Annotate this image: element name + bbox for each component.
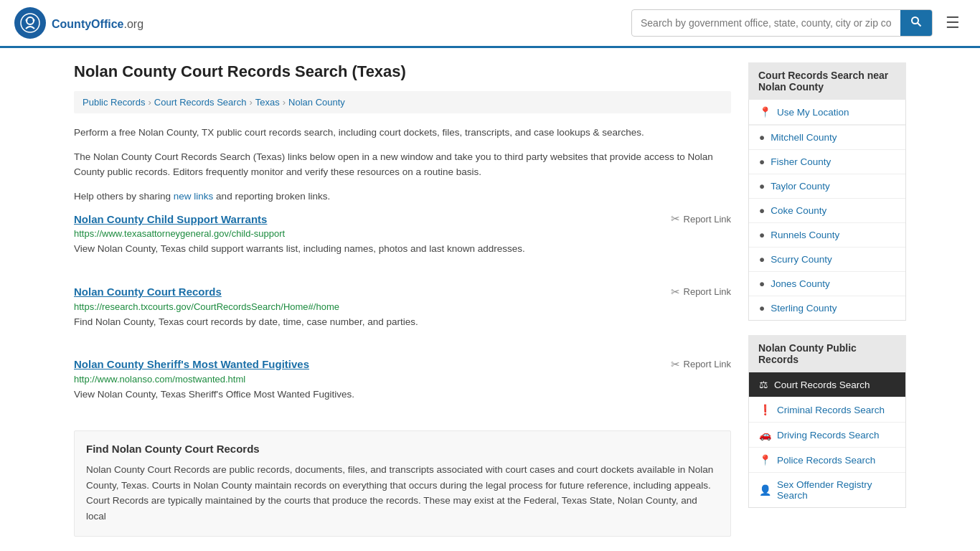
scurry-county-link[interactable]: ● Scurry County bbox=[749, 248, 905, 271]
mitchell-county-link[interactable]: ● Mitchell County bbox=[749, 126, 905, 149]
person-icon: 👤 bbox=[759, 484, 771, 496]
coke-county-link[interactable]: ● Coke County bbox=[749, 199, 905, 222]
result-url-0: https://www.texasattorneygeneral.gov/chi… bbox=[74, 228, 731, 239]
breadcrumb-nolan-county[interactable]: Nolan County bbox=[288, 97, 345, 108]
list-item-runnels[interactable]: ● Runnels County bbox=[749, 223, 905, 248]
driving-records-link[interactable]: 🚗 Driving Records Search bbox=[749, 423, 905, 447]
menu-icon[interactable]: ☰ bbox=[940, 11, 966, 35]
result-url-2: http://www.nolanso.com/mostwanted.html bbox=[74, 374, 731, 385]
nearby-bullet-7: ● bbox=[759, 303, 765, 314]
sex-offender-link[interactable]: 👤 Sex Offender Registry Search bbox=[749, 473, 905, 507]
list-item-taylor[interactable]: ● Taylor County bbox=[749, 174, 905, 199]
logo-text: CountyOffice.org bbox=[52, 15, 143, 32]
svg-point-3 bbox=[33, 19, 35, 22]
result-desc-1: Find Nolan County, Texas court records b… bbox=[74, 315, 731, 329]
find-section-text: Nolan County Court Records are public re… bbox=[86, 462, 719, 524]
list-item-mitchell[interactable]: ● Mitchell County bbox=[749, 126, 905, 150]
nearby-bullet-0: ● bbox=[759, 132, 765, 143]
nearby-section: Court Records Search near Nolan County 📍… bbox=[748, 62, 906, 321]
list-item-coke[interactable]: ● Coke County bbox=[749, 199, 905, 223]
header: CountyOffice.org ☰ bbox=[0, 0, 980, 48]
find-section-title: Find Nolan County Court Records bbox=[86, 443, 719, 455]
nearby-bullet-3: ● bbox=[759, 205, 765, 216]
report-link-2[interactable]: ✂ Report Link bbox=[671, 358, 731, 371]
report-link-0[interactable]: ✂ Report Link bbox=[671, 212, 731, 225]
desc3-pre: Help others by sharing bbox=[74, 191, 174, 202]
logo-suffix: .org bbox=[123, 18, 143, 30]
criminal-records-link[interactable]: ❗ Criminal Records Search bbox=[749, 397, 905, 422]
pub-rec-sex-offender[interactable]: 👤 Sex Offender Registry Search bbox=[749, 473, 905, 507]
nearby-bullet-2: ● bbox=[759, 181, 765, 192]
main-container: Nolan County Court Records Search (Texas… bbox=[60, 48, 920, 551]
report-icon-0: ✂ bbox=[671, 212, 680, 225]
result-title-1[interactable]: Nolan County Court Records bbox=[74, 286, 222, 298]
pin-icon: 📍 bbox=[759, 106, 771, 118]
court-icon: ⚖ bbox=[759, 379, 768, 390]
desc3-post: and reporting broken links. bbox=[213, 191, 330, 202]
logo-icon bbox=[14, 7, 46, 39]
list-item-jones[interactable]: ● Jones County bbox=[749, 272, 905, 296]
description-3: Help others by sharing new links and rep… bbox=[74, 189, 731, 204]
sterling-county-link[interactable]: ● Sterling County bbox=[749, 296, 905, 320]
sidebar: Court Records Search near Nolan County 📍… bbox=[748, 62, 906, 537]
search-input[interactable] bbox=[632, 11, 900, 34]
list-item-sterling[interactable]: ● Sterling County bbox=[749, 296, 905, 320]
use-location-item[interactable]: 📍 Use My Location bbox=[749, 100, 905, 126]
police-icon: 📍 bbox=[759, 454, 771, 466]
runnels-county-link[interactable]: ● Runnels County bbox=[749, 223, 905, 247]
list-item-fisher[interactable]: ● Fisher County bbox=[749, 150, 905, 174]
nearby-bullet-1: ● bbox=[759, 156, 765, 167]
nearby-bullet-4: ● bbox=[759, 230, 765, 240]
pub-rec-driving[interactable]: 🚗 Driving Records Search bbox=[749, 423, 905, 448]
breadcrumb-court-records[interactable]: Court Records Search bbox=[154, 97, 247, 108]
svg-line-5 bbox=[918, 23, 921, 27]
description-2: The Nolan County Court Records Search (T… bbox=[74, 149, 731, 180]
report-icon-1: ✂ bbox=[671, 286, 680, 298]
find-section: Find Nolan County Court Records Nolan Co… bbox=[74, 430, 731, 536]
result-title-2[interactable]: Nolan County Sheriff's Most Wanted Fugit… bbox=[74, 358, 309, 370]
result-item-1: Nolan County Court Records ✂ Report Link… bbox=[74, 286, 731, 341]
logo-area: CountyOffice.org bbox=[14, 7, 143, 39]
use-location-link[interactable]: 📍 Use My Location bbox=[749, 100, 905, 125]
nearby-bullet-6: ● bbox=[759, 278, 765, 289]
svg-point-0 bbox=[21, 14, 39, 32]
public-records-section: Nolan County Public Records ⚖ Court Reco… bbox=[748, 335, 906, 508]
breadcrumb-texas[interactable]: Texas bbox=[255, 97, 280, 108]
result-item-2: Nolan County Sheriff's Most Wanted Fugit… bbox=[74, 358, 731, 413]
public-records-header: Nolan County Public Records bbox=[748, 335, 906, 372]
list-item-scurry[interactable]: ● Scurry County bbox=[749, 248, 905, 272]
criminal-icon: ❗ bbox=[759, 404, 771, 415]
result-url-1: https://research.txcourts.gov/CourtRecor… bbox=[74, 301, 731, 312]
jones-county-link[interactable]: ● Jones County bbox=[749, 272, 905, 296]
nearby-bullet-5: ● bbox=[759, 254, 765, 265]
pub-rec-criminal[interactable]: ❗ Criminal Records Search bbox=[749, 397, 905, 423]
description-1: Perform a free Nolan County, TX public c… bbox=[74, 125, 731, 141]
fisher-county-link[interactable]: ● Fisher County bbox=[749, 150, 905, 174]
result-desc-0: View Nolan County, Texas child support w… bbox=[74, 242, 731, 256]
result-item-0: Nolan County Child Support Warrants ✂ Re… bbox=[74, 212, 731, 268]
report-icon-2: ✂ bbox=[671, 358, 680, 371]
svg-point-2 bbox=[26, 19, 28, 22]
page-title: Nolan County Court Records Search (Texas… bbox=[74, 62, 731, 81]
breadcrumb-public-records[interactable]: Public Records bbox=[83, 97, 145, 108]
result-desc-2: View Nolan County, Texas Sheriff's Offic… bbox=[74, 387, 731, 402]
new-links-link[interactable]: new links bbox=[174, 191, 214, 202]
court-records-search-link[interactable]: ⚖ Court Records Search bbox=[749, 372, 905, 397]
breadcrumb: Public Records › Court Records Search › … bbox=[74, 91, 731, 113]
content-area: Nolan County Court Records Search (Texas… bbox=[74, 62, 731, 537]
public-records-list: ⚖ Court Records Search ❗ Criminal Record… bbox=[748, 372, 906, 508]
logo-name: CountyOffice bbox=[52, 18, 123, 30]
pub-rec-court[interactable]: ⚖ Court Records Search bbox=[749, 372, 905, 397]
svg-point-4 bbox=[912, 17, 918, 24]
search-button[interactable] bbox=[900, 10, 932, 36]
car-icon: 🚗 bbox=[759, 429, 771, 441]
police-records-link[interactable]: 📍 Police Records Search bbox=[749, 448, 905, 472]
result-title-0[interactable]: Nolan County Child Support Warrants bbox=[74, 213, 267, 225]
report-link-1[interactable]: ✂ Report Link bbox=[671, 286, 731, 298]
taylor-county-link[interactable]: ● Taylor County bbox=[749, 174, 905, 198]
nearby-header: Court Records Search near Nolan County bbox=[748, 62, 906, 100]
use-location-label: Use My Location bbox=[777, 107, 849, 118]
search-bar bbox=[631, 9, 933, 37]
pub-rec-police[interactable]: 📍 Police Records Search bbox=[749, 448, 905, 473]
header-right: ☰ bbox=[631, 9, 966, 37]
